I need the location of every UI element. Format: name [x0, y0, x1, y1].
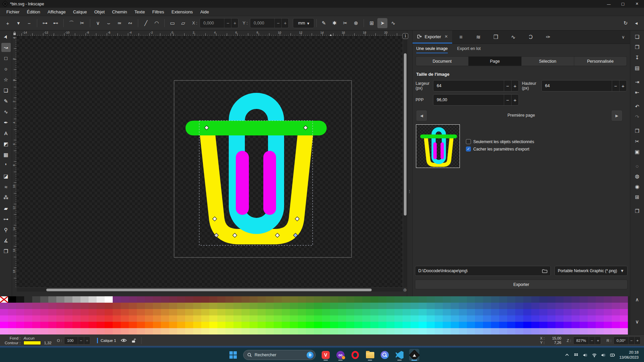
palette-swatch[interactable] [394, 309, 402, 315]
palette-swatch[interactable] [394, 322, 402, 328]
palette-swatch[interactable] [539, 296, 547, 303]
palette-swatch[interactable] [217, 322, 225, 328]
palette-swatch[interactable] [547, 296, 555, 303]
palette-swatch[interactable] [314, 315, 322, 322]
palette-swatch[interactable] [322, 328, 330, 335]
palette-swatch[interactable] [121, 328, 129, 335]
export-path-field[interactable]: D:\Doocode\Inkscape\png\ [415, 266, 551, 276]
stroke-to-path-button[interactable]: ▱ [178, 18, 188, 28]
palette-swatch[interactable] [177, 303, 185, 309]
y-decrement-button[interactable]: − [274, 18, 281, 28]
palette-swatch[interactable] [153, 303, 161, 309]
mode-page[interactable]: Page [469, 56, 521, 66]
menu-calque[interactable]: Calque [69, 8, 91, 16]
palette-swatch[interactable] [411, 315, 419, 322]
palette-swatch[interactable] [378, 322, 386, 328]
palette-swatch[interactable] [491, 328, 499, 335]
palette-swatch[interactable] [97, 309, 105, 315]
palette-swatch[interactable] [539, 303, 547, 309]
palette-swatch[interactable] [370, 303, 378, 309]
palette-swatch[interactable] [564, 328, 572, 335]
palette-swatch[interactable] [515, 303, 523, 309]
palette-swatch[interactable] [298, 303, 306, 309]
palette-swatch[interactable] [266, 315, 274, 322]
palette-swatch[interactable] [145, 303, 153, 309]
palette-swatch[interactable] [451, 315, 459, 322]
palette-swatch[interactable] [411, 328, 419, 335]
palette-swatch[interactable] [346, 309, 354, 315]
import-button[interactable]: ⇥ [632, 77, 642, 87]
y-increment-button[interactable]: + [281, 18, 288, 28]
palette-swatch[interactable] [483, 303, 491, 309]
palette-swatch[interactable] [354, 322, 362, 328]
taskbar-app-search-app[interactable] [380, 349, 390, 361]
palette-swatch[interactable] [612, 296, 620, 303]
palette-swatch[interactable] [56, 315, 64, 322]
palette-swatch[interactable] [588, 296, 596, 303]
palette-swatch[interactable] [459, 309, 467, 315]
palette-swatch[interactable] [475, 303, 483, 309]
stroke-width-value[interactable]: 1,32 [44, 341, 51, 345]
palette-swatch[interactable] [72, 328, 80, 335]
palette-swatch[interactable] [290, 328, 298, 335]
palette-swatch[interactable] [137, 315, 145, 322]
palette-swatch[interactable] [290, 315, 298, 322]
palette-swatch[interactable] [507, 322, 515, 328]
palette-swatch[interactable] [113, 309, 121, 315]
tab-align-distribute[interactable]: ≡ [452, 31, 470, 44]
palette-swatch[interactable] [515, 322, 523, 328]
palette-swatch[interactable] [298, 322, 306, 328]
palette-swatch[interactable] [72, 309, 80, 315]
palette-swatch[interactable] [588, 303, 596, 309]
palette-swatch[interactable] [177, 328, 185, 335]
palette-swatch[interactable] [427, 309, 435, 315]
palette-swatch[interactable] [185, 303, 193, 309]
corner-node-button[interactable]: ∨ [93, 18, 103, 28]
palette-swatch[interactable] [233, 322, 241, 328]
palette-swatch[interactable] [435, 322, 443, 328]
palette-swatch[interactable] [523, 328, 531, 335]
palette-swatch[interactable] [435, 309, 443, 315]
hide-export-settings-checkbox[interactable]: ✓ Cacher les paramètres d'export [466, 146, 534, 152]
palette-swatch[interactable] [483, 328, 491, 335]
palette-swatch[interactable] [596, 328, 604, 335]
palette-swatch[interactable] [97, 303, 105, 309]
palette-swatch[interactable] [499, 322, 507, 328]
palette-swatch[interactable] [209, 303, 217, 309]
palette-swatch[interactable] [604, 309, 612, 315]
palette-swatch[interactable] [225, 303, 233, 309]
palette-swatch[interactable] [250, 309, 258, 315]
palette-swatch[interactable] [129, 322, 137, 328]
palette-swatch[interactable] [105, 322, 113, 328]
palette-swatch[interactable] [72, 296, 80, 303]
palette-swatch[interactable] [32, 315, 40, 322]
palette-swatch[interactable] [282, 322, 290, 328]
menu-filtres[interactable]: Filtres [149, 8, 168, 16]
palette-swatch[interactable] [467, 322, 475, 328]
palette-swatch[interactable] [515, 328, 523, 335]
palette-swatch[interactable] [64, 303, 72, 309]
palette-swatch[interactable] [612, 309, 620, 315]
tab-fill-stroke[interactable]: ✑ [539, 31, 557, 44]
palette-swatch[interactable] [411, 303, 419, 309]
palette-swatch[interactable] [24, 315, 32, 322]
x-increment-button[interactable]: + [231, 18, 238, 28]
palette-swatch[interactable] [282, 315, 290, 322]
palette-swatch[interactable] [475, 328, 483, 335]
palette-swatch[interactable] [113, 322, 121, 328]
palette-swatch[interactable] [531, 328, 539, 335]
redo-button[interactable]: ↷ [632, 112, 642, 122]
palette-swatch[interactable] [620, 315, 628, 322]
palette-swatch[interactable] [56, 296, 64, 303]
palette-swatch[interactable] [298, 328, 306, 335]
tool-bezier-pen[interactable]: ∿ [1, 107, 11, 116]
page-number-badge[interactable]: 1 [402, 33, 408, 39]
palette-swatch[interactable] [185, 322, 193, 328]
taskbar-app-file-explorer[interactable] [365, 349, 375, 361]
palette-swatch[interactable] [435, 296, 443, 303]
palette-swatch[interactable] [105, 328, 113, 335]
palette-swatch[interactable] [121, 303, 129, 309]
open-document-button[interactable]: ❐ [632, 43, 642, 52]
checkbox-box[interactable]: ✓ [466, 146, 471, 152]
palette-swatch[interactable] [306, 328, 314, 335]
